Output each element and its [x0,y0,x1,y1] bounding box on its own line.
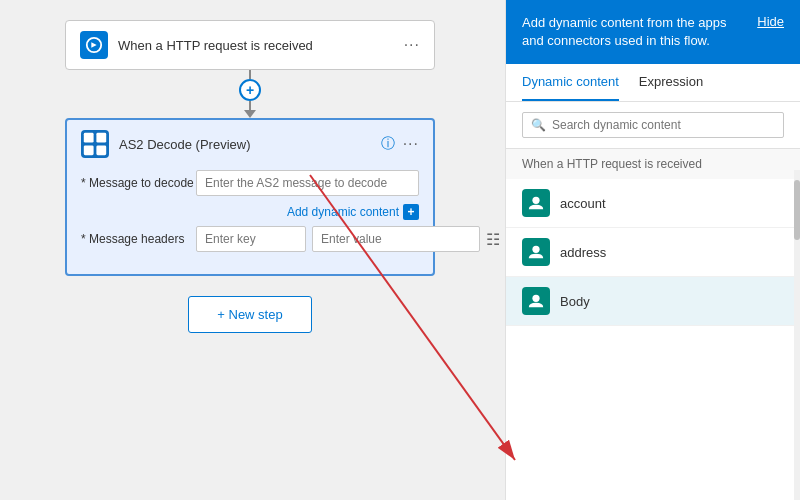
item-account[interactable]: account [506,179,800,228]
svg-point-5 [532,197,539,204]
connector-line-top [249,70,251,79]
svg-point-7 [532,295,539,302]
connector-arrow [244,110,256,118]
svg-rect-3 [84,145,94,155]
as2-header: AS2 Decode (Preview) ⓘ ··· [81,130,419,158]
item-address[interactable]: address [506,228,800,277]
message-to-decode-row: * Message to decode [81,170,419,196]
dynamic-content-label: Add dynamic content [287,205,399,219]
add-dynamic-content-link[interactable]: Add dynamic content + [196,204,419,220]
panel-tabs: Dynamic content Expression [506,64,800,102]
hide-button[interactable]: Hide [757,14,784,29]
info-icon[interactable]: ⓘ [381,135,395,153]
item-address-label: address [560,245,606,260]
svg-point-6 [532,246,539,253]
panel-header-text: Add dynamic content from the apps and co… [522,14,757,50]
svg-rect-4 [96,145,106,155]
dynamic-plus-icon: + [403,204,419,220]
item-body-label: Body [560,294,590,309]
panel-search: 🔍 [506,102,800,149]
as2-icon [81,130,109,158]
key-input[interactable] [196,226,306,252]
message-input[interactable] [196,170,419,196]
item-body[interactable]: Body [506,277,800,326]
panel-scrollbar [794,170,800,500]
search-input[interactable] [552,118,775,132]
main-canvas: When a HTTP request is received ··· + [0,0,800,500]
item-address-icon [522,238,550,266]
svg-rect-2 [96,133,106,143]
trigger-icon [80,31,108,59]
message-headers-row: * Message headers ☷ [81,226,419,252]
message-label: * Message to decode [81,176,196,190]
as2-more-icon[interactable]: ··· [403,135,419,153]
trigger-more-icon[interactable]: ··· [404,36,420,54]
svg-rect-1 [84,133,94,143]
search-icon: 🔍 [531,118,546,132]
connector-line-mid [249,101,251,110]
workflow-area: When a HTTP request is received ··· + [0,0,500,500]
panel-items: account address Body [506,179,800,500]
headers-label: * Message headers [81,232,196,246]
panel-header: Add dynamic content from the apps and co… [506,0,800,64]
new-step-container: + New step [20,296,480,333]
trigger-block: When a HTTP request is received ··· [65,20,435,70]
trigger-title: When a HTTP request is received [118,38,404,53]
item-account-label: account [560,196,606,211]
item-body-icon [522,287,550,315]
value-input[interactable] [312,226,480,252]
item-account-icon [522,189,550,217]
headers-inputs: ☷ [196,226,500,252]
panel-scrollbar-thumb[interactable] [794,180,800,240]
right-panel: Add dynamic content from the apps and co… [505,0,800,500]
add-step-button[interactable]: + [239,79,261,101]
new-step-button[interactable]: + New step [188,296,311,333]
panel-section-title: When a HTTP request is received [506,149,800,179]
as2-decode-block: AS2 Decode (Preview) ⓘ ··· * Message to … [65,118,435,276]
search-box: 🔍 [522,112,784,138]
tab-dynamic-content[interactable]: Dynamic content [522,64,619,101]
tab-expression[interactable]: Expression [639,64,703,101]
as2-title: AS2 Decode (Preview) [119,137,381,152]
headers-table-icon[interactable]: ☷ [486,230,500,249]
